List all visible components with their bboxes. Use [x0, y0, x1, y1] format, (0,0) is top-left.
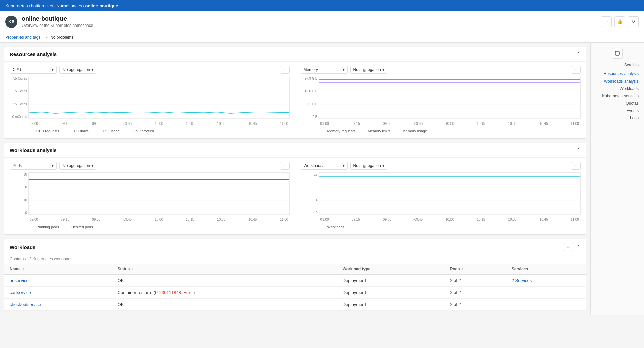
- breadcrumb-sep-3: ›: [83, 3, 84, 9]
- scroll-to-workloads[interactable]: Workloads: [593, 85, 641, 92]
- col-header-name[interactable]: Name ↕: [4, 264, 112, 275]
- resources-analysis-collapse-btn[interactable]: ⌃: [576, 51, 581, 57]
- scroll-to-workloads-analysis[interactable]: Workloads analysis: [593, 78, 641, 85]
- workloads-select[interactable]: Workloads ▾: [301, 162, 348, 170]
- cpu-y-labels: 7.5 Cores 5 Cores 2.5 Cores 0 mCores: [10, 77, 28, 119]
- legend-cpu-throttled: CPU throttled: [124, 129, 154, 133]
- cpu-more-button[interactable]: ···: [280, 66, 289, 74]
- namespace-icon: K8: [5, 16, 17, 28]
- col-header-status[interactable]: Status ↕: [112, 264, 337, 275]
- more-menu-button[interactable]: ···: [601, 16, 612, 27]
- workloads-more-button[interactable]: ···: [571, 162, 581, 170]
- memory-select[interactable]: Memory ▾: [301, 66, 348, 74]
- row-adservice-name: adservice: [4, 275, 112, 287]
- resources-charts-grid: CPU ▾ No aggregation ▾ ···: [4, 62, 586, 138]
- workloads-chart-svg: [319, 173, 581, 215]
- workloads-chart-svg-wrapper: [319, 172, 581, 215]
- breadcrumb-kubernetes[interactable]: Kubernetes: [5, 3, 28, 8]
- workloads-table-title: Workloads: [10, 244, 35, 250]
- expand-icon: [615, 51, 620, 56]
- breadcrumb-namespaces[interactable]: Namespaces: [56, 3, 82, 8]
- pods-more-button[interactable]: ···: [280, 162, 289, 170]
- legend-memory-limits: Memory limits: [359, 129, 390, 133]
- legend-cpu-throttled-line: [124, 131, 130, 131]
- breadcrumb-sep-1: ›: [29, 3, 30, 9]
- checkoutservice-link[interactable]: checkoutservice: [10, 302, 41, 307]
- workloads-analysis-section: Workloads analysis ⌃ Pods ▾ No aggregati…: [4, 143, 586, 235]
- content-area: Resources analysis ⌃ CPU ▾ No aggregatio…: [0, 43, 590, 315]
- workloads-table-collapse-btn[interactable]: ⌃: [576, 244, 581, 250]
- resources-analysis-header: Resources analysis ⌃: [4, 47, 586, 62]
- collapse-up-icon-3: ⌃: [576, 244, 581, 250]
- row-checkoutservice-services: -: [506, 299, 586, 311]
- legend-workloads-line: [319, 227, 326, 227]
- workloads-header-actions: ··· ⌃: [564, 243, 581, 251]
- workloads-analysis-collapse-btn[interactable]: ⌃: [576, 147, 581, 153]
- cpu-chart-svg: [29, 77, 289, 119]
- scroll-to-kubernetes-services[interactable]: Kubernetes services: [593, 92, 641, 100]
- sidebar-expand-icon[interactable]: [612, 48, 623, 59]
- legend-running-pods-line: [28, 227, 35, 227]
- main-layout: Resources analysis ⌃ CPU ▾ No aggregatio…: [0, 43, 644, 315]
- workloads-x-labels: 09:00 09:15 09:30 09:45 10:00 10:15 10:3…: [319, 216, 581, 223]
- workloads-table-header: Workloads ··· ⌃: [4, 239, 586, 255]
- properties-tags-link[interactable]: Properties and tags: [5, 35, 40, 40]
- legend-cpu-requests: CPU requests: [28, 129, 59, 133]
- like-button[interactable]: 👍: [614, 16, 625, 27]
- memory-aggregation-select[interactable]: No aggregation ▾: [350, 66, 387, 74]
- workloads-table-more-button[interactable]: ···: [564, 243, 573, 251]
- refresh-button[interactable]: ↺: [628, 16, 639, 27]
- memory-more-button[interactable]: ···: [571, 66, 581, 74]
- scroll-to-logs[interactable]: Logs: [593, 114, 641, 122]
- workloads-aggregation-select[interactable]: No aggregation ▾: [350, 162, 387, 170]
- legend-memory-usage: Memory usage: [394, 129, 427, 133]
- memory-chart-svg: [319, 77, 581, 119]
- cartservice-link[interactable]: cartservice: [10, 290, 31, 295]
- legend-desired-pods-line: [63, 227, 70, 227]
- pods-aggregation-select[interactable]: No aggregation ▾: [59, 162, 96, 170]
- adservice-services-link[interactable]: 2 Services: [512, 278, 532, 283]
- memory-chart-legend: Memory requests Memory limits Memory usa…: [301, 127, 581, 134]
- workloads-subtitle: Contains 12 Kubernetes workloads.: [4, 255, 586, 264]
- memory-chart-svg-wrapper: [319, 77, 581, 119]
- collapse-up-icon-2: ⌃: [576, 147, 581, 153]
- cpu-chart-svg-wrapper: [28, 77, 290, 119]
- col-header-workload-type[interactable]: Workload type ↕: [337, 264, 444, 275]
- col-header-pods[interactable]: Pods ↕: [444, 264, 506, 275]
- adservice-link[interactable]: adservice: [10, 278, 29, 283]
- scroll-to-quotas[interactable]: Quotas: [593, 100, 641, 107]
- workloads-table: Name ↕ Status ↕ Workload type ↕: [4, 264, 586, 311]
- workloads-chart-panel: Workloads ▾ No aggregation ▾ ···: [295, 158, 586, 234]
- workloads-analysis-title: Workloads analysis: [10, 147, 57, 153]
- row-adservice-status: OK: [112, 275, 337, 287]
- cpu-aggregation-select[interactable]: No aggregation ▾: [59, 66, 96, 74]
- table-header-row: Name ↕ Status ↕ Workload type ↕: [4, 264, 586, 275]
- page-header: K8 online-boutique Overview of the Kuber…: [0, 11, 644, 32]
- memory-chart-controls: Memory ▾ No aggregation ▾ ···: [301, 66, 581, 74]
- breadcrumb: Kubernetes › bottlerocket › Namespaces ›…: [0, 0, 644, 11]
- legend-cpu-limits: CPU limits: [63, 129, 88, 133]
- workloads-charts-grid: Pods ▾ No aggregation ▾ ···: [4, 158, 586, 234]
- legend-memory-limits-line: [359, 131, 366, 131]
- row-checkoutservice-pods: 2 of 2: [444, 299, 506, 311]
- breadcrumb-bottlerocket[interactable]: bottlerocket: [31, 3, 53, 8]
- row-checkoutservice-name: checkoutservice: [4, 299, 112, 311]
- svg-rect-16: [615, 51, 619, 55]
- scroll-to-resources-analysis[interactable]: Resources analysis: [593, 70, 641, 78]
- legend-cpu-usage-line: [93, 131, 99, 131]
- cpu-chart-panel: CPU ▾ No aggregation ▾ ···: [4, 62, 295, 138]
- legend-workloads: Workloads: [319, 225, 345, 229]
- memory-x-labels: 09:00 09:15 09:30 09:45 10:00 10:15 10:3…: [319, 120, 581, 127]
- scroll-to-events[interactable]: Events: [593, 107, 641, 114]
- cpu-select[interactable]: CPU ▾: [10, 66, 57, 74]
- pods-select[interactable]: Pods ▾: [10, 162, 57, 170]
- pods-chart-area: 30 20 10 0: [10, 172, 290, 223]
- pods-chart-svg-wrapper: [28, 172, 290, 215]
- cartservice-error-link[interactable]: P-230111848: Error: [155, 290, 193, 295]
- status-indicator: ✓ No problems: [46, 35, 73, 40]
- row-cartservice-status: Container restarts (P-230111848: Error): [112, 287, 337, 299]
- memory-chart-panel: Memory ▾ No aggregation ▾ ···: [295, 62, 586, 138]
- legend-cpu-limits-line: [63, 131, 70, 131]
- resources-analysis-title: Resources analysis: [10, 51, 57, 57]
- table-row: checkoutservice OK Deployment 2 of 2 -: [4, 299, 586, 311]
